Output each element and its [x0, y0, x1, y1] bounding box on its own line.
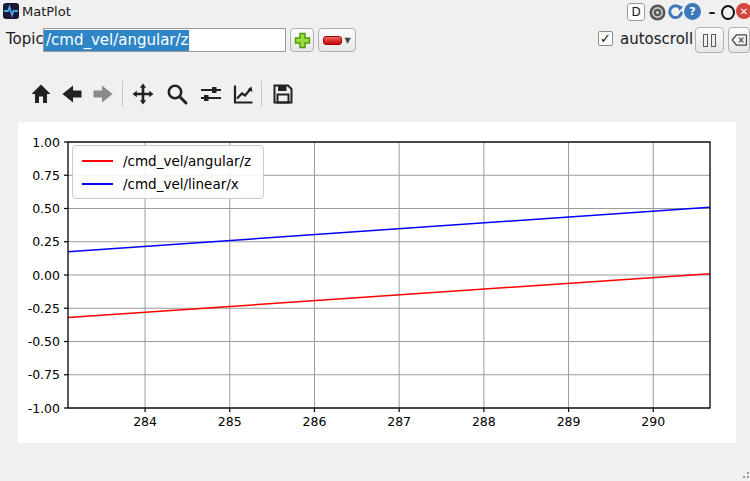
svg-text:-0.75: -0.75 — [28, 367, 60, 382]
titlebar: MatPlot D ? – ✕ — [0, 0, 750, 24]
remove-topic-dropdown-button[interactable]: ▼ — [318, 28, 356, 52]
topic-label: Topic — [6, 30, 44, 48]
toolbar-zoom-button[interactable] — [163, 80, 191, 108]
pan-move-icon — [131, 82, 155, 106]
maximize-circle-icon — [721, 5, 735, 20]
backspace-icon — [731, 33, 748, 47]
toolbar-save-button[interactable] — [269, 80, 297, 108]
selected-topic-text: /cmd_vel/angular/z — [44, 30, 189, 51]
svg-text:0.00: 0.00 — [32, 268, 60, 283]
toolbar-separator — [122, 81, 123, 107]
matplot-window: { "window": { "title": "MatPlot", "dock_… — [0, 0, 750, 481]
svg-text:0.75: 0.75 — [32, 168, 60, 183]
svg-text:-1.00: -1.00 — [28, 401, 60, 416]
minus-icon — [323, 36, 342, 45]
toolbar-pan-button[interactable] — [129, 80, 157, 108]
svg-text:287: 287 — [387, 414, 411, 429]
save-floppy-icon — [271, 82, 295, 106]
svg-text:1.00: 1.00 — [32, 135, 60, 150]
forward-arrow-icon — [91, 82, 115, 106]
resize-grip[interactable] — [741, 472, 749, 480]
window-title: MatPlot — [22, 3, 71, 20]
pause-icon — [703, 34, 708, 47]
toolbar-edit-plot-button[interactable] — [229, 80, 257, 108]
svg-text:-0.50: -0.50 — [28, 334, 60, 349]
dropdown-arrow-icon: ▼ — [344, 36, 350, 45]
toolbar-separator — [261, 81, 262, 107]
svg-text:286: 286 — [303, 414, 327, 429]
plus-icon — [294, 32, 311, 49]
svg-text:-0.25: -0.25 — [28, 301, 60, 316]
autoscroll-checkbox[interactable]: ✓ — [598, 31, 613, 46]
sliders-icon — [199, 82, 223, 106]
back-arrow-icon — [60, 82, 84, 106]
legend: /cmd_vel/angular/z /cmd_vel/linear/x — [72, 145, 264, 199]
svg-text:284: 284 — [133, 414, 157, 429]
legend-line-swatch — [82, 160, 113, 162]
svg-text:289: 289 — [557, 414, 581, 429]
toolbar-back-button[interactable] — [58, 80, 86, 108]
svg-text:288: 288 — [472, 414, 496, 429]
svg-text:0.50: 0.50 — [32, 201, 60, 216]
svg-text:285: 285 — [218, 414, 242, 429]
line-chart-icon — [231, 82, 255, 106]
figure-area: 2842852862872882892901.000.750.500.250.0… — [18, 122, 736, 443]
app-waveform-icon — [3, 3, 19, 19]
legend-line-swatch — [82, 183, 113, 185]
pause-button[interactable] — [695, 27, 724, 53]
home-icon — [29, 82, 53, 106]
help-icon[interactable]: ? — [684, 3, 701, 20]
check-icon: ✓ — [600, 32, 611, 45]
toolbar-subplots-button[interactable] — [197, 80, 225, 108]
dock-button[interactable]: D — [627, 3, 645, 21]
autoscroll-label: autoscroll — [620, 30, 693, 48]
toolbar-home-button[interactable] — [27, 80, 55, 108]
minimize-button[interactable]: – — [706, 3, 718, 21]
settings-gear-icon[interactable] — [648, 3, 666, 21]
clear-button[interactable] — [728, 27, 750, 53]
close-button[interactable]: ✕ — [736, 3, 750, 19]
magnifier-icon — [165, 82, 189, 106]
legend-entry: /cmd_vel/angular/z — [82, 149, 251, 172]
toolbar-forward-button[interactable] — [89, 80, 117, 108]
svg-text:290: 290 — [641, 414, 665, 429]
topic-input[interactable]: /cmd_vel/angular/z — [43, 28, 286, 52]
maximize-button[interactable] — [721, 3, 735, 21]
svg-text:0.25: 0.25 — [32, 234, 60, 249]
legend-entry: /cmd_vel/linear/x — [82, 172, 251, 195]
reload-icon[interactable] — [666, 3, 684, 21]
add-topic-button[interactable] — [290, 28, 314, 52]
